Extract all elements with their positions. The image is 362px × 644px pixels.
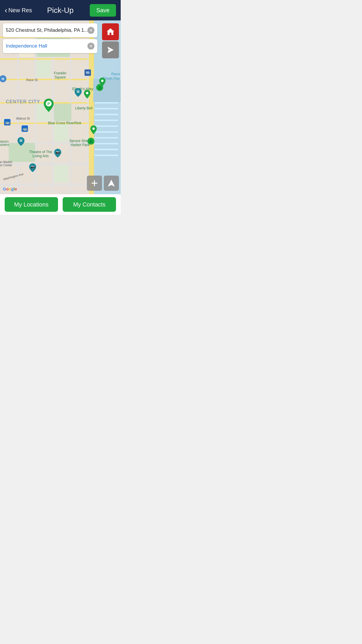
- home-button[interactable]: [102, 23, 119, 40]
- place-input-row[interactable]: ✕: [3, 39, 97, 53]
- svg-rect-68: [95, 149, 118, 150]
- location-pin-3: [90, 125, 97, 135]
- svg-rect-31: [19, 80, 34, 101]
- cultural-pin-4: 📷: [29, 163, 36, 173]
- park-pin-2: 🌲: [87, 138, 94, 146]
- svg-rect-50: [0, 165, 16, 182]
- svg-rect-54: [71, 165, 86, 182]
- navigate-button[interactable]: [104, 176, 119, 191]
- home-icon: [106, 27, 115, 36]
- svg-rect-3: [0, 79, 93, 80]
- transit-icon-1: 🚌: [4, 119, 10, 125]
- back-label: New Res: [8, 7, 32, 14]
- svg-rect-65: [95, 131, 118, 133]
- save-button[interactable]: Save: [90, 4, 116, 17]
- svg-rect-7: [0, 163, 93, 165]
- svg-rect-26: [19, 60, 34, 77]
- svg-rect-5: [0, 123, 93, 124]
- my-contacts-button[interactable]: My Contacts: [63, 197, 116, 212]
- svg-rect-42: [36, 124, 51, 141]
- svg-rect-69: [95, 155, 118, 156]
- park-pin-1: 🌲: [96, 84, 103, 92]
- transit-icon-2: 🚌: [22, 125, 28, 132]
- svg-rect-44: [71, 124, 86, 141]
- svg-text:P: P: [48, 102, 50, 106]
- bottom-bar: My Locations My Contacts: [0, 194, 121, 215]
- svg-rect-33: [54, 80, 68, 101]
- back-button[interactable]: ‹ New Res: [5, 6, 32, 15]
- svg-rect-40: [0, 124, 16, 141]
- page-title: Pick-Up: [47, 6, 73, 15]
- address-input[interactable]: [6, 27, 87, 33]
- svg-rect-39: [71, 104, 86, 121]
- svg-rect-60: [95, 102, 118, 104]
- svg-point-76: [86, 92, 88, 94]
- svg-rect-27: [36, 60, 51, 77]
- my-locations-button[interactable]: My Locations: [5, 197, 58, 212]
- svg-rect-29: [71, 60, 86, 77]
- svg-text:🌲: 🌲: [97, 85, 103, 90]
- svg-text:95: 95: [86, 71, 89, 74]
- navigate-icon: [107, 179, 115, 187]
- location-pin-1: [84, 90, 90, 100]
- map-bottom-controls: [87, 176, 119, 191]
- svg-rect-25: [0, 60, 16, 77]
- svg-rect-63: [95, 120, 118, 121]
- svg-rect-30: [0, 80, 16, 101]
- place-input[interactable]: [6, 43, 87, 49]
- cultural-pin-2: 🏛: [17, 137, 24, 147]
- address-clear-button[interactable]: ✕: [87, 27, 94, 34]
- svg-rect-62: [95, 114, 118, 115]
- google-logo: Google: [3, 187, 17, 191]
- svg-text:🏛: 🏛: [19, 139, 23, 143]
- svg-rect-32: [36, 80, 51, 101]
- address-input-row[interactable]: ✕: [3, 23, 97, 37]
- location-pin-p: P: [44, 99, 54, 113]
- svg-rect-66: [95, 137, 118, 139]
- svg-rect-47: [36, 144, 51, 162]
- svg-text:🏛: 🏛: [76, 90, 80, 94]
- search-overlay: ✕ ✕: [3, 23, 97, 53]
- expand-button[interactable]: [87, 176, 102, 191]
- svg-rect-53: [54, 165, 68, 182]
- map-container[interactable]: 95 H Union Transfer CENTER CITY Race St …: [0, 20, 121, 194]
- back-arrow-icon: ‹: [5, 6, 7, 15]
- svg-rect-2: [0, 58, 93, 60]
- expand-icon: [90, 179, 99, 187]
- svg-point-78: [92, 127, 95, 130]
- svg-rect-67: [95, 143, 118, 144]
- svg-rect-43: [54, 124, 68, 141]
- plane-icon: [106, 46, 115, 54]
- svg-rect-64: [95, 125, 118, 127]
- svg-rect-28: [54, 60, 68, 77]
- cultural-pin-3: 📷: [54, 149, 61, 159]
- place-clear-button[interactable]: ✕: [87, 43, 94, 50]
- cultural-pin-1: 🏛: [75, 88, 82, 98]
- app-header: ‹ New Res Pick-Up Save: [0, 0, 121, 20]
- svg-rect-8: [0, 184, 93, 185]
- svg-rect-49: [71, 144, 86, 162]
- svg-rect-52: [36, 165, 51, 182]
- svg-text:📷: 📷: [31, 164, 35, 169]
- svg-text:🌲: 🌲: [89, 139, 94, 144]
- svg-rect-35: [0, 104, 16, 121]
- svg-text:H: H: [1, 77, 4, 81]
- map-right-buttons: [102, 23, 119, 58]
- svg-rect-36: [19, 104, 34, 121]
- svg-rect-61: [95, 108, 118, 109]
- svg-text:📷: 📷: [56, 150, 60, 154]
- svg-point-77: [101, 80, 103, 82]
- plane-button[interactable]: [102, 41, 119, 58]
- svg-rect-56: [54, 104, 71, 121]
